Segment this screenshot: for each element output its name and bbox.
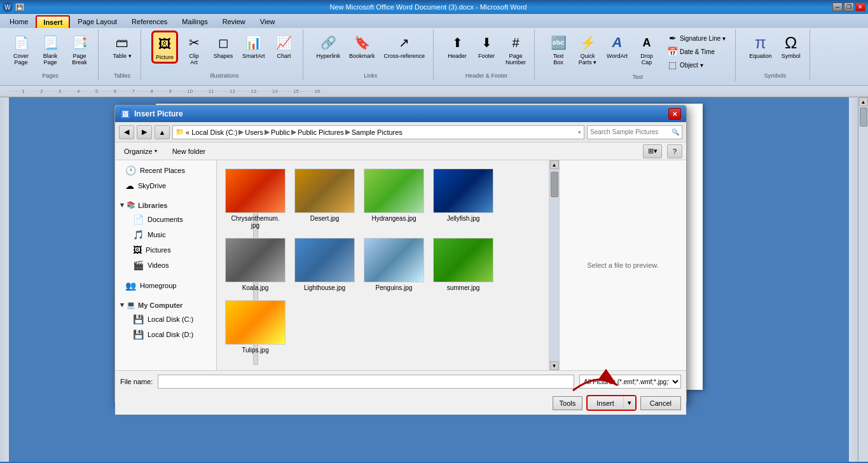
restore-button[interactable]: ❐ bbox=[844, 3, 854, 11]
drop-cap-icon: A bbox=[637, 32, 657, 53]
file-item-tulips[interactable]: Tulips.jpg bbox=[222, 297, 289, 357]
insert-button[interactable]: Insert bbox=[588, 397, 623, 410]
cross-reference-button[interactable]: ↗ Cross-reference bbox=[381, 31, 429, 61]
sidebar-item-local-disk-c[interactable]: 💾 Local Disk (C:) bbox=[115, 312, 216, 327]
equation-button[interactable]: π Equation bbox=[746, 31, 775, 61]
sidebar-item-pictures[interactable]: 🖼 Pictures bbox=[115, 242, 216, 258]
cover-page-button[interactable]: 📄 CoverPage bbox=[8, 31, 34, 67]
date-time-button[interactable]: 📅Date & Time bbox=[664, 45, 729, 58]
symbol-button[interactable]: Ω Symbol bbox=[778, 31, 804, 61]
pages-group-items: 📄 CoverPage 📃 BlankPage 📑 PageBreak bbox=[8, 31, 93, 71]
close-button[interactable]: ✕ bbox=[855, 3, 865, 11]
quick-parts-button[interactable]: ⚡ QuickParts ▾ bbox=[574, 31, 601, 67]
file-item-jellyfish[interactable]: Jellyfish.jpg bbox=[430, 165, 497, 232]
clip-art-button[interactable]: ✂ ClipArt bbox=[181, 31, 207, 67]
file-thumbnail-tulips bbox=[225, 300, 286, 345]
dialog-vscroll[interactable]: ▲ ▼ bbox=[549, 160, 559, 370]
view-toggle-button[interactable]: ⊞▾ bbox=[643, 144, 662, 158]
file-label-summer: summer.jpg bbox=[447, 284, 480, 291]
back-button[interactable]: ◀ bbox=[119, 125, 134, 139]
vscroll-thumb[interactable] bbox=[551, 172, 558, 197]
sidebar-item-documents[interactable]: 📄 Documents bbox=[115, 212, 216, 227]
path-bar[interactable]: 📁 « Local Disk (C:) ▶ Users ▶ Public ▶ P… bbox=[172, 125, 584, 139]
drop-cap-button[interactable]: A DropCap bbox=[633, 31, 660, 67]
tab-review[interactable]: Review bbox=[216, 15, 252, 28]
picture-button[interactable]: 🖼 Picture bbox=[151, 31, 178, 64]
local-disk-d-label: Local Disk (D:) bbox=[148, 331, 193, 338]
path-dropdown[interactable]: ▾ bbox=[578, 129, 581, 135]
search-input[interactable] bbox=[590, 128, 672, 135]
page-break-button[interactable]: 📑 PageBreak bbox=[66, 31, 93, 67]
sidebar-item-videos[interactable]: 🎬 Videos bbox=[115, 258, 216, 273]
file-thumbnail-chrysanthemum bbox=[225, 169, 286, 213]
computer-label: My Computer bbox=[138, 301, 183, 309]
header-button[interactable]: ⬆ Header bbox=[444, 31, 471, 61]
file-name-input[interactable] bbox=[158, 375, 574, 389]
hyperlink-button[interactable]: 🔗 Hyperlink bbox=[313, 31, 344, 61]
page-number-button[interactable]: # PageNumber bbox=[502, 31, 529, 67]
file-label-jellyfish: Jellyfish.jpg bbox=[447, 215, 480, 222]
tab-page-layout[interactable]: Page Layout bbox=[71, 15, 124, 28]
insert-button-group: Insert ▾ bbox=[586, 395, 637, 411]
file-item-desert[interactable]: Desert.jpg bbox=[291, 165, 358, 232]
videos-label: Videos bbox=[148, 261, 169, 269]
file-item-hydrangeas[interactable]: Hydrangeas.jpg bbox=[361, 165, 427, 232]
file-item-koala[interactable]: Koala.jpg bbox=[222, 235, 289, 294]
file-item-lighthouse[interactable]: Lighthouse.jpg bbox=[291, 235, 358, 294]
footer-button[interactable]: ⬇ Footer bbox=[473, 31, 500, 61]
chart-button[interactable]: 📈 Chart bbox=[271, 31, 298, 61]
music-icon: 🎵 bbox=[133, 230, 144, 240]
file-item-penguins[interactable]: Penguins.jpg bbox=[361, 235, 427, 294]
homegroup-label: Homegroup bbox=[140, 282, 176, 289]
drop-cap-label: DropCap bbox=[640, 53, 653, 66]
title-bar: W 💾 New Microsoft Office Word Document (… bbox=[0, 0, 868, 14]
right-scrollbar[interactable]: ▲ bbox=[858, 97, 868, 462]
search-box[interactable]: 🔍 bbox=[587, 125, 682, 139]
scroll-up-button[interactable]: ▲ bbox=[859, 97, 868, 106]
sidebar-section-computer[interactable]: ▾ 💻 My Computer bbox=[115, 298, 216, 312]
vscroll-up[interactable]: ▲ bbox=[550, 160, 559, 169]
smartart-button[interactable]: 📊 SmartArt bbox=[239, 31, 268, 61]
blank-page-button[interactable]: 📃 BlankPage bbox=[37, 31, 64, 67]
help-button[interactable]: ? bbox=[667, 144, 682, 158]
tab-mailings[interactable]: Mailings bbox=[175, 15, 214, 28]
hyperlink-label: Hyperlink bbox=[317, 53, 341, 59]
minimize-button[interactable]: ─ bbox=[832, 3, 843, 11]
up-button[interactable]: ▲ bbox=[155, 125, 170, 139]
text-box-button[interactable]: 🔤 TextBox bbox=[545, 31, 572, 67]
cancel-button[interactable]: Cancel bbox=[640, 396, 681, 410]
forward-button[interactable]: ▶ bbox=[137, 125, 152, 139]
file-type-select[interactable]: All Pictures (*.emf;*.wmf;*.jpg;* bbox=[579, 375, 681, 389]
tools-button[interactable]: Tools bbox=[553, 396, 583, 410]
dialog-close-button[interactable]: ✕ bbox=[668, 108, 681, 120]
sidebar-item-recent-places[interactable]: 🕐 Recent Places bbox=[115, 163, 216, 178]
file-item-chrysanthemum[interactable]: Chrysanthemum.jpg bbox=[222, 165, 289, 232]
right-ruler bbox=[849, 97, 858, 462]
shapes-button[interactable]: ◻ Shapes bbox=[210, 31, 237, 61]
signature-line-button[interactable]: ✒Signature Line ▾ bbox=[664, 32, 729, 45]
sidebar-item-skydrive[interactable]: ☁ SkyDrive bbox=[115, 178, 216, 193]
scroll-thumb[interactable] bbox=[860, 107, 867, 127]
vscroll-down[interactable]: ▼ bbox=[550, 361, 559, 370]
tab-view[interactable]: View bbox=[253, 15, 282, 28]
object-button[interactable]: ⬚Object ▾ bbox=[664, 59, 729, 71]
sidebar-item-music[interactable]: 🎵 Music bbox=[115, 227, 216, 242]
new-folder-button[interactable]: New folder bbox=[167, 146, 211, 156]
dialog-titlebar: 🖼 Insert Picture ✕ bbox=[115, 106, 686, 122]
sidebar-item-local-disk-d[interactable]: 💾 Local Disk (D:) bbox=[115, 327, 216, 342]
page-break-icon: 📑 bbox=[69, 32, 90, 53]
sidebar-section-libraries[interactable]: ▾ 📚 Libraries bbox=[115, 198, 216, 212]
header-icon: ⬆ bbox=[447, 32, 467, 53]
homegroup-icon: 👥 bbox=[125, 280, 136, 291]
organize-button[interactable]: Organize ▾ bbox=[119, 146, 162, 156]
wordart-button[interactable]: A WordArt bbox=[603, 31, 631, 61]
sidebar-item-homegroup[interactable]: 👥 Homegroup bbox=[115, 278, 216, 293]
table-button[interactable]: 🗃 Table ▾ bbox=[109, 31, 135, 61]
tab-insert[interactable]: Insert bbox=[36, 15, 70, 28]
file-item-summer[interactable]: summer.jpg bbox=[430, 235, 497, 294]
insert-dropdown-button[interactable]: ▾ bbox=[623, 396, 635, 410]
tab-home[interactable]: Home bbox=[3, 15, 35, 28]
quick-access-save[interactable]: 💾 bbox=[15, 3, 24, 11]
bookmark-button[interactable]: 🔖 Bookmark bbox=[346, 31, 378, 61]
tab-references[interactable]: References bbox=[125, 15, 174, 28]
